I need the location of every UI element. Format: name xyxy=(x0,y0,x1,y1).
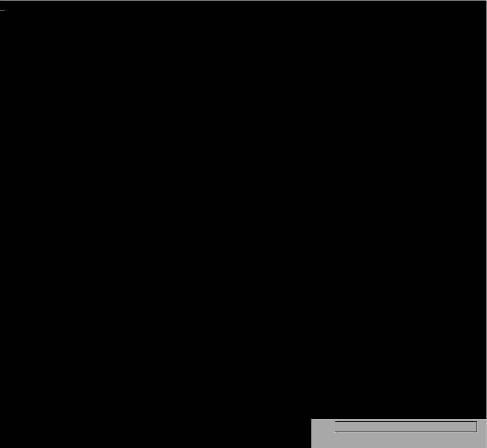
legend-colorbar xyxy=(335,421,477,432)
weather-map-canvas xyxy=(0,0,487,448)
title-wind-shear xyxy=(0,10,4,10)
map-frame-top xyxy=(0,0,487,0)
title-cape xyxy=(0,0,4,0)
weather-map-root xyxy=(0,0,487,448)
cape-legend xyxy=(311,419,487,448)
